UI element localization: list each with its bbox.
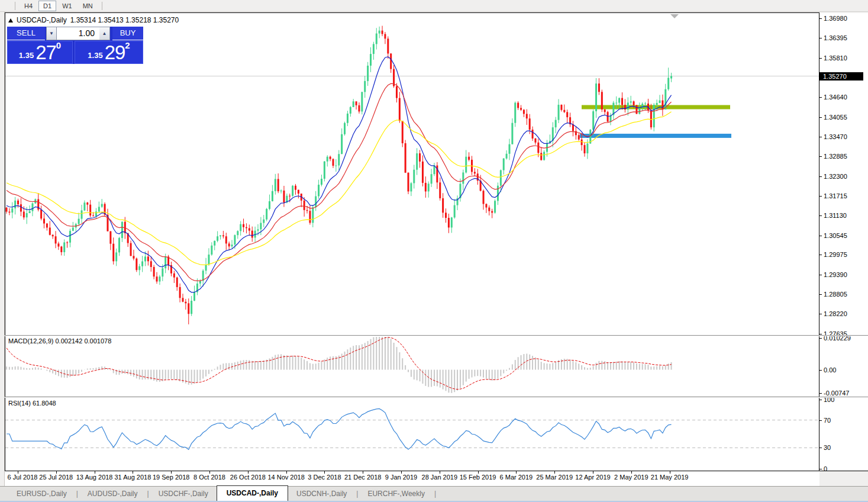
rsi-indicator-canvas[interactable] — [5, 398, 819, 470]
axis-tick — [819, 58, 822, 59]
axis-tick — [819, 255, 822, 255]
axis-tick — [819, 448, 822, 448]
axis-tick — [819, 393, 822, 394]
timeframe-button-mn[interactable]: MN — [78, 1, 98, 11]
tab-eurchf[interactable]: EURCHF-,Weekly — [359, 487, 433, 501]
date-tick-label: 3 Dec 2018 — [308, 474, 341, 481]
one-click-trading-panel: SELL ▼ 1.00 ▲ BUY 1.35 27 0 1.35 29 2 — [7, 27, 143, 64]
date-tick-label: 13 Aug 2018 — [76, 474, 113, 481]
axis-tick — [819, 156, 822, 157]
symbol-expand-icon — [8, 18, 13, 22]
support-zone — [580, 134, 731, 138]
date-tick-label: 25 Mar 2019 — [536, 474, 573, 481]
macd-indicator-canvas[interactable] — [5, 336, 819, 396]
panel-separator[interactable] — [5, 397, 868, 398]
buy-price-big: 29 — [105, 44, 125, 62]
axis-divider — [819, 13, 819, 471]
axis-tick — [819, 400, 822, 400]
date-tick-label: 12 Apr 2019 — [575, 474, 610, 481]
current-price-tag: 1.35270 — [819, 72, 863, 81]
chart-right-shift-marker-icon — [670, 14, 679, 18]
price-axis-label: 1.28220 — [824, 310, 847, 317]
buy-price-display[interactable]: 1.35 29 2 — [75, 41, 143, 64]
axis-tick — [819, 18, 822, 19]
axis-tick — [819, 420, 822, 421]
price-axis-label: 1.34640 — [824, 94, 847, 101]
axis-tick — [819, 215, 822, 216]
volume-increase-button[interactable]: ▲ — [99, 27, 110, 40]
timeframe-toolbar: H4D1W1MN — [0, 0, 868, 12]
ma-fast — [7, 57, 672, 292]
tab-eurusd[interactable]: EURUSD-,Daily — [8, 487, 75, 501]
axis-tick — [819, 38, 822, 38]
date-tick-label: 28 Jan 2019 — [422, 474, 458, 481]
price-axis-label: 1.29390 — [824, 271, 847, 278]
sell-price-display[interactable]: 1.35 27 0 — [7, 41, 73, 64]
axis-tick — [819, 294, 822, 295]
axis-tick — [819, 196, 822, 197]
toolbar-separator — [15, 2, 15, 10]
axis-tick — [819, 469, 822, 469]
panel-separator[interactable] — [5, 335, 868, 336]
date-tick-label: 6 Mar 2019 — [500, 474, 533, 481]
date-tick-label: 25 Jul 2018 — [39, 474, 73, 481]
tab-usdcnh[interactable]: USDCNH-,Daily — [288, 487, 355, 501]
tab-audusd[interactable]: AUDUSD-,Daily — [79, 487, 146, 501]
price-axis-label: 1.30545 — [824, 232, 847, 239]
date-tick-label: 19 Sep 2018 — [153, 474, 189, 481]
rsi-line — [7, 408, 672, 449]
axis-tick — [819, 370, 822, 371]
date-tick-label: 26 Oct 2018 — [230, 474, 266, 481]
date-tick-label: 8 Oct 2018 — [193, 474, 225, 481]
timeframe-button-w1[interactable]: W1 — [57, 1, 77, 11]
price-axis-label: 1.34055 — [824, 114, 847, 121]
volume-input[interactable]: 1.00 — [57, 27, 99, 40]
tab-separator: | — [433, 487, 437, 501]
toolbar-separator — [102, 2, 102, 10]
ma-slow — [7, 112, 672, 265]
sell-button[interactable]: SELL — [7, 27, 45, 40]
axis-tick — [819, 137, 822, 137]
axis-tick — [819, 176, 822, 177]
axis-tick — [819, 97, 822, 98]
date-tick-label: 6 Jul 2018 — [8, 474, 38, 481]
ma-mid — [7, 83, 672, 281]
date-tick-label: 9 Jan 2019 — [385, 474, 417, 481]
axis-tick — [819, 275, 822, 275]
window-left-gutter — [0, 12, 5, 502]
price-axis-label: 1.32885 — [824, 153, 847, 160]
timeframe-button-d1[interactable]: D1 — [38, 1, 56, 11]
price-axis-label: 1.33470 — [824, 133, 847, 140]
price-axis-label: 1.31715 — [824, 192, 847, 199]
buy-price-small: 1.35 — [88, 50, 102, 62]
chart-symbol-period: USDCAD-,Daily — [17, 16, 67, 24]
date-tick-label: 21 Dec 2018 — [344, 474, 381, 481]
tab-usdchf[interactable]: USDCHF-,Daily — [150, 487, 217, 501]
tab-separator: | — [355, 487, 359, 501]
rsi-axis-label: 70 — [824, 417, 831, 424]
price-axis-label: 1.28805 — [824, 291, 847, 298]
sell-price-pip: 0 — [56, 43, 61, 49]
axis-tick — [819, 236, 822, 236]
timeframe-button-h4[interactable]: H4 — [20, 1, 37, 11]
axis-tick — [819, 334, 822, 334]
mt4-window: H4D1W1MN USDCAD-,Daily 1.35314 1.35413 1… — [0, 0, 868, 502]
date-tick-label: 14 Nov 2018 — [267, 474, 304, 481]
volume-decrease-button[interactable]: ▼ — [46, 27, 57, 40]
price-axis-label: 1.36980 — [824, 15, 847, 22]
price-axis[interactable]: 1.369801.363951.358101.346401.340551.334… — [819, 13, 868, 471]
rsi-label: RSI(14) 61.8048 — [8, 400, 56, 407]
buy-price-pip: 2 — [125, 43, 130, 49]
buy-button[interactable]: BUY — [112, 27, 143, 40]
price-axis-label: 1.35810 — [824, 54, 847, 62]
rsi-axis-label: 30 — [824, 444, 831, 451]
date-tick-label: 31 Aug 2018 — [114, 474, 151, 481]
price-axis-label: 1.31130 — [824, 212, 847, 219]
date-axis[interactable]: 6 Jul 201825 Jul 201813 Aug 201831 Aug 2… — [5, 471, 819, 486]
date-tick-label: 2 May 2019 — [614, 474, 648, 481]
axis-tick — [819, 338, 822, 339]
tab-usdcad[interactable]: USDCAD-,Daily — [217, 485, 288, 501]
date-tick-label: 21 May 2019 — [651, 474, 689, 481]
macd-label: MACD(12,26,9) 0.002142 0.001078 — [8, 337, 111, 345]
chart-title: USDCAD-,Daily 1.35314 1.35413 1.35218 1.… — [8, 16, 179, 24]
